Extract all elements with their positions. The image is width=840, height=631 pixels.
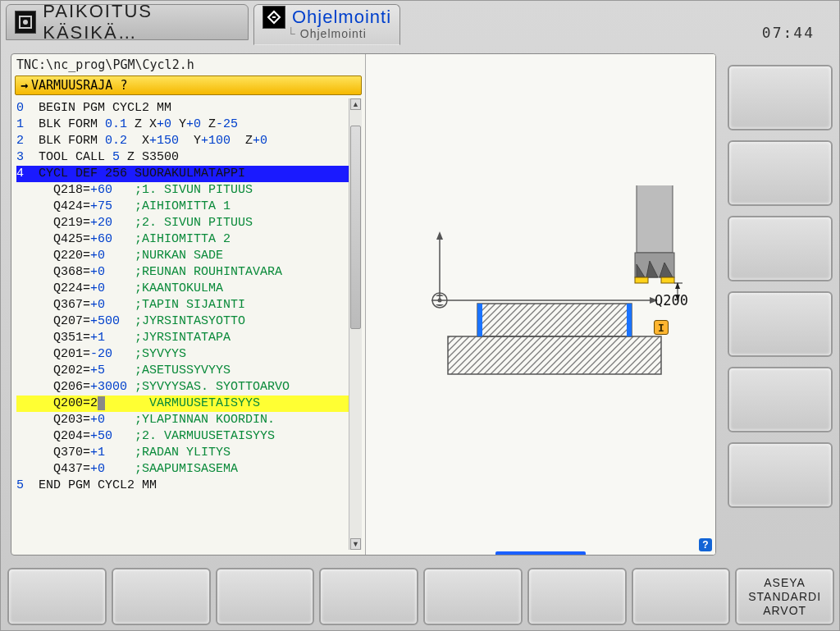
progress-indicator <box>495 551 586 556</box>
bottom-softkey[interactable] <box>632 568 731 625</box>
dimension-label: Q200 <box>655 292 688 309</box>
code-line[interactable]: 1 BLK FORM 0.1 Z X+0 Y+0 Z-25 <box>16 117 360 133</box>
side-softkey[interactable] <box>728 140 833 206</box>
code-line[interactable]: 5 END PGM CYCL2 MM <box>16 478 360 494</box>
code-line[interactable]: Q200=2 VARMUUSETAISYYS <box>16 396 360 412</box>
bottom-softkey[interactable] <box>423 568 523 625</box>
code-line[interactable]: Q207=+500 ;JYRSINTASYOTTO <box>16 313 360 330</box>
code-line[interactable]: Q424=+75 ;AIHIOMITTA 1 <box>16 199 360 215</box>
bottom-softkey[interactable] <box>112 568 211 625</box>
svg-rect-14 <box>635 277 648 283</box>
mode-tab-programming[interactable]: Ohjelmointi Ohjelmointi <box>253 4 400 45</box>
side-softkey[interactable] <box>728 367 833 432</box>
code-line[interactable]: Q351=+1 ;JYRSINTATAPA <box>16 330 360 346</box>
programming-mode-icon <box>262 6 285 29</box>
app-window: PAIKOITUS KÄSIKÄ… Ohjelmointi Ohjelmoint… <box>0 0 840 631</box>
scroll-down-icon[interactable]: ▼ <box>350 538 361 550</box>
code-listing[interactable]: 0 BEGIN PGM CYCL2 MM1 BLK FORM 0.1 Z X+0… <box>15 98 362 496</box>
code-line[interactable]: Q202=+5 ;ASETUSSYVYYS <box>16 363 360 379</box>
cycle-diagram <box>390 185 702 432</box>
svg-rect-9 <box>477 304 632 336</box>
side-softkey[interactable] <box>728 291 833 357</box>
side-softkey[interactable] <box>728 442 833 508</box>
scroll-thumb[interactable] <box>350 126 361 329</box>
code-line[interactable]: 0 BEGIN PGM CYCL2 MM <box>16 100 360 117</box>
mode-right-title: Ohjelmointi <box>292 7 391 28</box>
vertical-scrollbar[interactable]: ▲ ▼ <box>349 98 362 550</box>
bottom-softkey[interactable]: ASEYASTANDARDIARVOT <box>735 568 834 625</box>
code-line[interactable]: 3 TOOL CALL 5 Z S3500 <box>16 149 360 166</box>
svg-point-1 <box>23 20 28 25</box>
svg-rect-11 <box>627 304 632 336</box>
code-line[interactable]: Q218=+60 ;1. SIVUN PITUUS <box>16 182 360 199</box>
code-line[interactable]: Q368=+0 ;REUNAN ROUHINTAVARA <box>16 264 360 281</box>
bottom-softkey[interactable] <box>7 568 107 625</box>
side-softkey[interactable] <box>728 216 833 281</box>
svg-marker-3 <box>436 231 443 240</box>
graphic-pane: Q200 I ? <box>366 54 715 555</box>
header: PAIKOITUS KÄSIKÄ… Ohjelmointi Ohjelmoint… <box>1 1 839 52</box>
code-line[interactable]: Q220=+0 ;NURKAN SADE <box>16 248 360 264</box>
code-line[interactable]: Q204=+50 ;2. VARMUUSETAISYYS <box>16 428 360 445</box>
code-line[interactable]: Q219=+20 ;2. SIVUN PITUUS <box>16 215 360 231</box>
side-softkeys <box>728 65 833 508</box>
code-line[interactable]: 2 BLK FORM 0.2 X+150 Y+100 Z+0 <box>16 133 360 149</box>
code-area[interactable]: 0 BEGIN PGM CYCL2 MM1 BLK FORM 0.1 Z X+0… <box>15 98 362 550</box>
code-line[interactable]: Q224=+0 ;KAANTOKULMA <box>16 281 360 297</box>
breadcrumb: Ohjelmointi <box>287 27 367 40</box>
side-softkey[interactable] <box>728 65 833 130</box>
prompt-arrow-icon: → <box>21 78 28 93</box>
bottom-softkey[interactable] <box>527 568 627 625</box>
bottom-softkey[interactable] <box>216 568 315 625</box>
workspace: TNC:\nc_prog\PGM\Cycl2.h → VARMUUSRAJA ?… <box>11 53 716 556</box>
mode-left-label: PAIKOITUS KÄSIKÄ… <box>43 1 240 43</box>
code-line[interactable]: Q203=+0 ;YLAPINNAN KOORDIN. <box>16 412 360 428</box>
prompt-text: VARMUUSRAJA ? <box>31 78 127 93</box>
clock: 07:44 <box>762 24 815 41</box>
svg-rect-12 <box>637 185 673 253</box>
info-badge[interactable]: I <box>654 320 669 335</box>
bottom-softkey[interactable] <box>319 568 418 625</box>
code-line[interactable]: Q370=+1 ;RADAN YLITYS <box>16 445 360 461</box>
manual-mode-icon <box>15 11 36 34</box>
svg-rect-8 <box>448 336 661 374</box>
code-line[interactable]: Q425=+60 ;AIHIOMITTA 2 <box>16 231 360 248</box>
bottom-softkeys: ASEYASTANDARDIARVOT <box>7 568 834 625</box>
code-line[interactable]: 4 CYCL DEF 256 SUORAKULMATAPPI <box>16 166 349 182</box>
prompt-bar: → VARMUUSRAJA ? <box>15 75 362 95</box>
code-line[interactable]: Q367=+0 ;TAPIN SIJAINTI <box>16 297 360 313</box>
svg-rect-10 <box>477 304 482 336</box>
svg-point-7 <box>438 299 442 303</box>
code-line[interactable]: Q206=+3000 ;SYVYYSAS. SYOTTOARVO <box>16 379 360 396</box>
scroll-up-icon[interactable]: ▲ <box>350 98 361 110</box>
file-path: TNC:\nc_prog\PGM\Cycl2.h <box>11 54 365 75</box>
svg-rect-15 <box>661 277 674 283</box>
code-line[interactable]: Q201=-20 ;SYVYYS <box>16 346 360 363</box>
editor-pane: TNC:\nc_prog\PGM\Cycl2.h → VARMUUSRAJA ?… <box>11 54 366 555</box>
help-icon[interactable]: ? <box>699 538 712 551</box>
code-line[interactable]: Q437=+0 ;SAAPUMISASEMA <box>16 461 360 478</box>
mode-tab-manual[interactable]: PAIKOITUS KÄSIKÄ… <box>6 4 249 40</box>
